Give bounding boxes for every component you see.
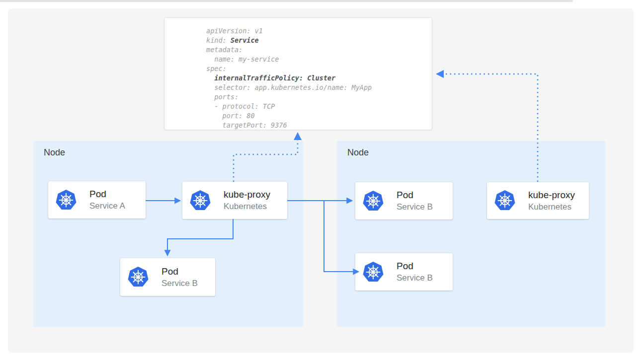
service-yaml-card: apiVersion: v1 kind: Service metadata: n… (164, 17, 432, 130)
card-subtitle: Kubernetes (224, 201, 270, 212)
card-title: Pod (397, 260, 433, 272)
kubernetes-icon (189, 190, 211, 212)
card-subtitle: Service B (397, 273, 433, 284)
yaml-line: apiVersion: v1 (206, 26, 432, 36)
card-subtitle: Kubernetes (528, 202, 575, 213)
kubernetes-icon (55, 189, 77, 211)
card-title: kube-proxy (224, 189, 270, 201)
yaml-line: metadata: (206, 45, 432, 55)
node-box-left: Node (33, 141, 303, 327)
node-label: Node (347, 147, 369, 158)
card-kube-proxy-left: kube-proxy Kubernetes (182, 182, 287, 219)
yaml-line: ports: (206, 92, 432, 102)
card-pod-service-b-left: Pod Service B (120, 258, 215, 296)
card-kube-proxy-right: kube-proxy Kubernetes (487, 182, 589, 219)
kubernetes-icon (127, 266, 149, 288)
yaml-line: selector: app.kubernetes.io/name: MyApp (206, 83, 432, 92)
top-divider (0, 0, 573, 2)
card-pod-service-a: Pod Service A (48, 181, 146, 218)
yaml-line-internal-traffic-policy: internalTrafficPolicy: Cluster (206, 73, 432, 83)
card-title: kube-proxy (528, 189, 575, 201)
yaml-line: kind: Service (206, 36, 432, 45)
card-title: Pod (89, 188, 125, 200)
card-pod-service-b-right-bottom: Pod Service B (355, 253, 453, 290)
kubernetes-icon (362, 190, 384, 212)
node-label: Node (44, 147, 65, 158)
card-subtitle: Service B (397, 202, 433, 213)
yaml-line: - protocol: TCP (206, 102, 432, 111)
card-subtitle: Service A (89, 201, 125, 212)
yaml-line: port: 80 (206, 111, 432, 121)
card-subtitle: Service B (161, 278, 198, 289)
kubernetes-service-traffic-diagram: apiVersion: v1 kind: Service metadata: n… (0, 0, 644, 362)
yaml-line: targetPort: 9376 (206, 121, 432, 130)
kubernetes-icon (362, 261, 384, 283)
card-title: Pod (397, 189, 433, 201)
node-box-right: Node (337, 141, 605, 327)
yaml-line: spec: (206, 64, 432, 73)
card-pod-service-b-right-top: Pod Service B (355, 182, 453, 219)
kubernetes-icon (494, 190, 516, 212)
yaml-line: name: my-service (206, 55, 432, 64)
card-title: Pod (161, 266, 198, 278)
